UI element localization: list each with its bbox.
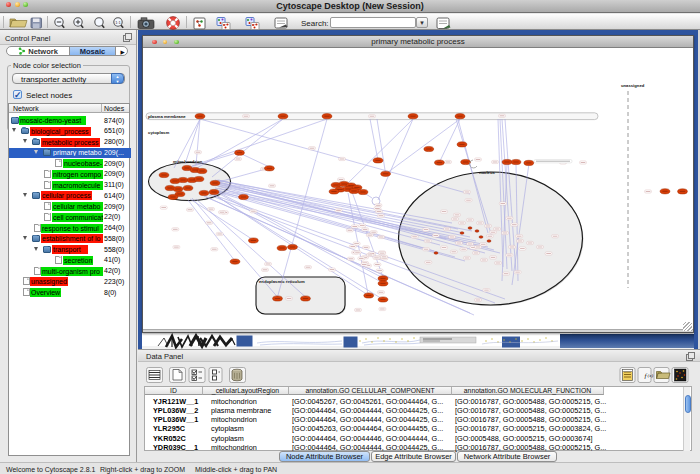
svg-text:1:1: 1:1 bbox=[115, 20, 121, 25]
svg-text:cytoplasm: cytoplasm bbox=[148, 130, 169, 135]
svg-text:nucleus: nucleus bbox=[479, 170, 495, 175]
svg-text:plasma membrane: plasma membrane bbox=[148, 114, 186, 119]
svg-text:unassigned: unassigned bbox=[621, 83, 645, 88]
svg-text:(x): (x) bbox=[648, 373, 654, 378]
